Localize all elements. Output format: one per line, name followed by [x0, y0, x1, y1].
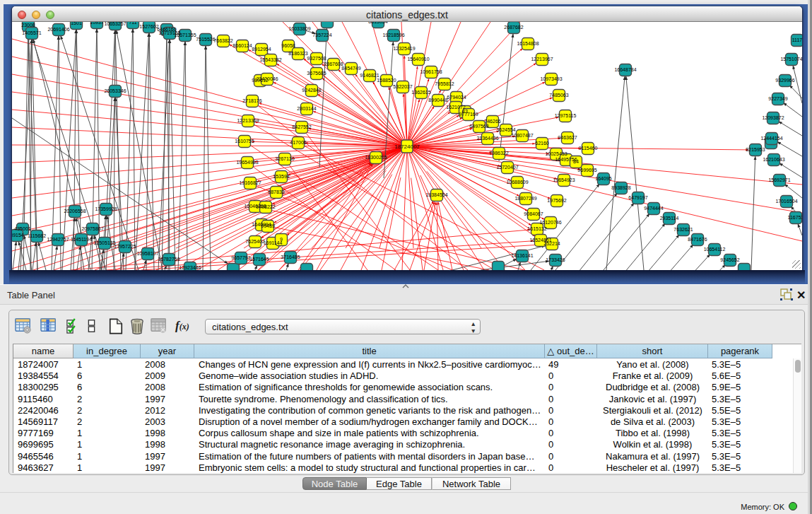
svg-text:12213369: 12213369 — [237, 118, 259, 123]
svg-text:17957225: 17957225 — [114, 244, 136, 249]
svg-text:8186323: 8186323 — [288, 51, 307, 56]
svg-text:12975115: 12975115 — [555, 113, 577, 118]
svg-text:8990448: 8990448 — [428, 98, 447, 103]
svg-text:10688609: 10688609 — [506, 180, 528, 185]
svg-text:2935114: 2935114 — [660, 216, 679, 221]
svg-text:8813054: 8813054 — [368, 22, 387, 24]
svg-text:9327508: 9327508 — [307, 56, 326, 61]
svg-text:417006: 417006 — [290, 140, 306, 145]
svg-text:16120746: 16120746 — [539, 220, 561, 225]
svg-text:9699695: 9699695 — [577, 168, 596, 173]
svg-text:9777169: 9777169 — [459, 112, 478, 117]
svg-text:11451194: 11451194 — [71, 237, 92, 242]
svg-text:16543382: 16543382 — [259, 57, 281, 62]
svg-text:18807249: 18807249 — [514, 196, 536, 201]
svg-text:10654112: 10654112 — [704, 247, 726, 252]
svg-text:9: 9 — [280, 237, 283, 242]
svg-text:12444154: 12444154 — [760, 136, 782, 141]
svg-text:7357224: 7357224 — [312, 33, 331, 37]
svg-text:7986322: 7986322 — [489, 151, 508, 156]
svg-text:18724007: 18724007 — [394, 144, 420, 150]
svg-text:3675685: 3675685 — [307, 71, 326, 76]
svg-text:1115682: 1115682 — [28, 233, 46, 238]
svg-text:9245652: 9245652 — [720, 257, 739, 262]
svg-text:19654923: 19654923 — [553, 177, 575, 182]
svg-text:16648784: 16648784 — [614, 67, 636, 72]
svg-text:8912954: 8912954 — [252, 47, 271, 52]
svg-text:23420046: 23420046 — [256, 76, 278, 81]
svg-text:9146821: 9146821 — [360, 73, 379, 78]
svg-text:15720407: 15720407 — [496, 165, 518, 170]
svg-text:8938928: 8938928 — [611, 185, 630, 190]
svg-text:7625402: 7625402 — [245, 239, 264, 244]
svg-text:10973493: 10973493 — [540, 76, 562, 81]
svg-text:1405571: 1405571 — [22, 30, 41, 35]
svg-text:1527602: 1527602 — [139, 24, 158, 29]
svg-text:16033809: 16033809 — [288, 26, 310, 31]
svg-text:2718176: 2718176 — [242, 98, 261, 103]
svg-text:12505135: 12505135 — [93, 240, 115, 245]
svg-text:15751074: 15751074 — [780, 57, 802, 62]
svg-text:252214: 252214 — [543, 241, 560, 246]
svg-text:711: 711 — [129, 22, 136, 25]
svg-text:9329966: 9329966 — [775, 78, 794, 83]
svg-text:9657791: 9657791 — [231, 255, 250, 260]
svg-text:164095: 164095 — [595, 176, 611, 181]
svg-text:16782759: 16782759 — [158, 257, 180, 262]
svg-text:15640910: 15640910 — [407, 57, 429, 62]
svg-text:1615132: 1615132 — [527, 226, 546, 231]
svg-text:21364436: 21364436 — [476, 136, 498, 141]
svg-text:16154808: 16154808 — [517, 41, 539, 46]
svg-text:9084067: 9084067 — [524, 211, 543, 216]
svg-text:9474444: 9474444 — [644, 206, 663, 211]
svg-text:12942757: 12942757 — [47, 237, 69, 242]
svg-text:435001: 435001 — [14, 226, 30, 231]
svg-text:1733426: 1733426 — [546, 257, 565, 262]
svg-text:12923446: 12923446 — [179, 265, 201, 270]
svg-text:7515526: 7515526 — [196, 37, 215, 42]
svg-text:1362615: 1362615 — [411, 90, 430, 95]
svg-text:10958107: 10958107 — [136, 251, 158, 256]
svg-text:1571645: 1571645 — [249, 257, 269, 262]
svg-text:23008: 23008 — [21, 23, 35, 28]
svg-text:12213967: 12213967 — [531, 57, 553, 62]
svg-text:8471676: 8471676 — [688, 237, 707, 242]
svg-text:20975867: 20975867 — [81, 226, 103, 231]
svg-text:6497568: 6497568 — [469, 124, 488, 129]
svg-text:7663822: 7663822 — [213, 38, 233, 43]
svg-text:9463627: 9463627 — [558, 135, 577, 140]
svg-text:6794024: 6794024 — [447, 95, 466, 100]
svg-text:10653257: 10653257 — [104, 22, 126, 26]
svg-text:1501: 1501 — [71, 22, 82, 25]
svg-text:18300295: 18300295 — [365, 155, 387, 160]
svg-text:1117: 1117 — [792, 37, 802, 42]
svg-text:1975692: 1975692 — [547, 198, 566, 203]
svg-text:746266: 746266 — [484, 119, 500, 124]
svg-text:19654983: 19654983 — [236, 160, 258, 165]
svg-text:10807487: 10807487 — [511, 133, 533, 138]
svg-text:84: 84 — [573, 159, 579, 164]
svg-text:62160: 62160 — [535, 141, 549, 146]
svg-text:9498222: 9498222 — [256, 204, 275, 209]
svg-text:26053346: 26053346 — [104, 88, 126, 93]
svg-text:17359928: 17359928 — [95, 206, 117, 211]
svg-text:16671355: 16671355 — [174, 33, 196, 37]
svg-text:2803144: 2803144 — [297, 106, 316, 111]
svg-text:19218596: 19218596 — [382, 33, 404, 37]
svg-text:96058: 96058 — [281, 43, 295, 48]
svg-text:99489: 99489 — [261, 223, 275, 228]
svg-text:8427552: 8427552 — [292, 124, 311, 129]
svg-text:14136141: 14136141 — [511, 253, 533, 258]
svg-text:153594: 153594 — [273, 174, 289, 179]
svg-text:2867608: 2867608 — [324, 62, 343, 66]
svg-text:10025433: 10025433 — [545, 151, 567, 156]
svg-text:9227349: 9227349 — [768, 96, 787, 101]
svg-text:7485063: 7485063 — [549, 93, 568, 98]
svg-text:12093872: 12093872 — [762, 115, 784, 120]
svg-text:9115460: 9115460 — [579, 146, 598, 151]
svg-text:8454749: 8454749 — [341, 66, 360, 71]
svg-text:16210643: 16210643 — [763, 157, 784, 162]
svg-text:3624554: 3624554 — [496, 127, 515, 132]
svg-text:3267130: 3267130 — [275, 156, 294, 161]
svg-text:15692971: 15692971 — [768, 177, 790, 182]
